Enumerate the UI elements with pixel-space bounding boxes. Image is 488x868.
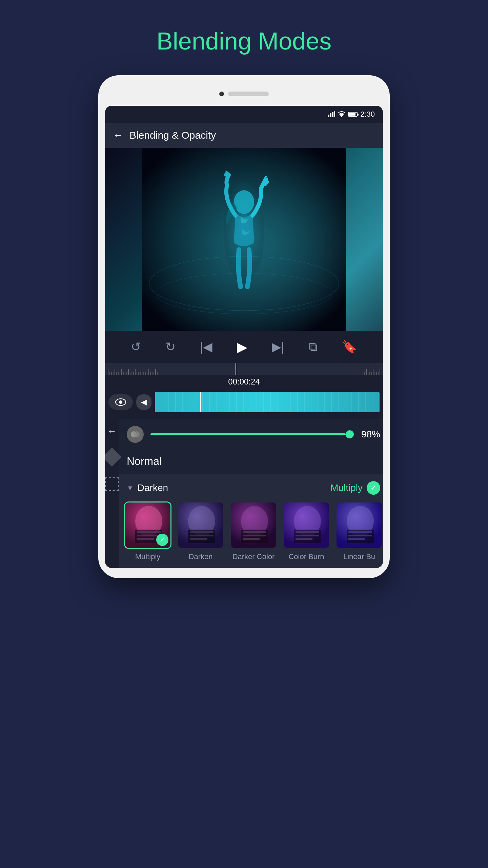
blend-modes-row: ✓ Multiply	[124, 501, 383, 561]
status-bar: 2:30	[105, 106, 383, 123]
svg-point-9	[234, 190, 254, 214]
svg-rect-31	[243, 538, 260, 540]
blend-name-multiply: Multiply	[135, 552, 161, 561]
blend-thumb-color-burn	[283, 501, 330, 549]
svg-point-11	[119, 400, 122, 404]
blend-mode-label: Normal	[127, 455, 162, 467]
svg-rect-29	[243, 531, 266, 533]
camera-dot	[219, 92, 224, 96]
svg-point-13	[134, 431, 140, 437]
svg-marker-0	[328, 115, 329, 117]
blend-thumb-darken	[177, 501, 224, 549]
skip-forward-button[interactable]: ▶|	[272, 340, 284, 354]
timeline-area: 00:00:24 ◀	[105, 363, 383, 419]
opacity-row: 98%	[119, 419, 383, 450]
app-bar-back-button[interactable]: ←	[113, 130, 123, 141]
status-time: 2:30	[360, 110, 375, 119]
svg-marker-3	[334, 111, 335, 117]
active-mode-area: Multiply ✓	[330, 481, 380, 495]
video-preview-content	[105, 148, 383, 331]
blend-thumb-linear-burn	[336, 501, 383, 549]
svg-rect-43	[348, 538, 365, 540]
svg-rect-25	[190, 538, 207, 540]
track-pattern	[155, 392, 380, 412]
signal-icon	[328, 111, 335, 117]
blend-section-header: ▼ Darken Multiply ✓	[124, 481, 383, 495]
blend-mode-icon	[127, 426, 144, 443]
speaker-bar	[228, 92, 269, 96]
svg-rect-42	[348, 535, 372, 536]
blend-thumb-multiply: ✓	[124, 501, 171, 549]
svg-rect-23	[190, 531, 214, 533]
video-track[interactable]	[155, 392, 380, 412]
svg-marker-1	[330, 113, 331, 117]
svg-rect-30	[243, 535, 266, 536]
play-button[interactable]: ▶	[237, 339, 247, 355]
blend-name-color-burn: Color Burn	[288, 552, 324, 561]
back-tool-button[interactable]: ←	[107, 426, 117, 437]
bookmark-button[interactable]: 🔖	[342, 340, 357, 354]
blend-name-darker-color: Darker Color	[232, 552, 275, 561]
app-bar: ← Blending & Opacity	[105, 123, 383, 148]
eye-button[interactable]	[108, 394, 133, 410]
main-panel: 98% Normal ▼ Darken Multiply	[119, 419, 383, 568]
opacity-slider-thumb	[346, 430, 354, 438]
video-figure	[105, 148, 383, 331]
mask-tool-button[interactable]	[105, 477, 119, 491]
side-toolbar: ←	[105, 419, 119, 568]
blend-thumb-darker-color	[230, 501, 277, 549]
active-mode-check: ✓	[367, 481, 380, 495]
battery-icon	[348, 112, 358, 117]
duplicate-button[interactable]: ⧉	[309, 340, 318, 354]
svg-rect-41	[348, 531, 372, 533]
opacity-value: 98%	[357, 429, 380, 440]
blend-mode-darken[interactable]: Darken	[177, 501, 224, 561]
battery-fill	[349, 113, 355, 116]
section-group-title: Darken	[138, 482, 168, 493]
blend-mode-darker-color[interactable]: Darker Color	[230, 501, 277, 561]
phone-shell: 2:30 ← Blending & Opacity	[98, 75, 390, 578]
wifi-icon	[338, 111, 345, 117]
svg-rect-24	[190, 535, 214, 536]
track-playhead	[200, 392, 201, 412]
blend-mode-linear-burn[interactable]: Linear Bu	[336, 501, 383, 561]
blend-mode-color-burn[interactable]: Color Burn	[283, 501, 330, 561]
blend-mode-multiply[interactable]: ✓ Multiply	[124, 501, 171, 561]
svg-rect-37	[296, 538, 312, 540]
page-title: Blending Modes	[157, 27, 331, 55]
phone-top-bar	[105, 85, 383, 102]
blend-section: ▼ Darken Multiply ✓	[119, 474, 383, 568]
track-collapse-button[interactable]: ◀	[136, 394, 151, 410]
app-bar-title: Blending & Opacity	[129, 130, 216, 141]
svg-marker-2	[332, 112, 333, 117]
status-icons: 2:30	[328, 110, 375, 119]
playhead-line	[236, 363, 236, 375]
section-title: ▼ Darken	[127, 482, 168, 493]
svg-rect-36	[296, 535, 319, 536]
opacity-slider[interactable]	[150, 433, 350, 435]
blend-name-linear-burn: Linear Bu	[343, 552, 375, 561]
opacity-slider-fill	[150, 433, 346, 435]
video-preview	[105, 148, 383, 331]
svg-rect-17	[137, 531, 161, 533]
track-area: ◀	[105, 389, 383, 416]
multiply-check: ✓	[156, 534, 168, 546]
svg-rect-35	[296, 531, 319, 533]
blend-name-darken: Darken	[189, 552, 213, 561]
svg-rect-19	[137, 538, 154, 540]
time-display: 00:00:24	[105, 375, 383, 389]
section-collapse-icon[interactable]: ▼	[127, 484, 134, 492]
timeline-ruler[interactable]	[105, 363, 383, 375]
blend-mode-label-row: Normal	[119, 450, 383, 474]
playback-controls: ↺ ↻ |◀ ▶ ▶| ⧉ 🔖	[105, 331, 383, 363]
bottom-panel: ← 98%	[105, 419, 383, 568]
skip-back-button[interactable]: |◀	[200, 340, 212, 354]
undo-button[interactable]: ↺	[131, 340, 141, 354]
redo-button[interactable]: ↻	[165, 340, 176, 354]
active-mode-label: Multiply	[330, 482, 363, 493]
phone-screen: 2:30 ← Blending & Opacity	[105, 106, 383, 568]
svg-marker-4	[339, 114, 344, 117]
